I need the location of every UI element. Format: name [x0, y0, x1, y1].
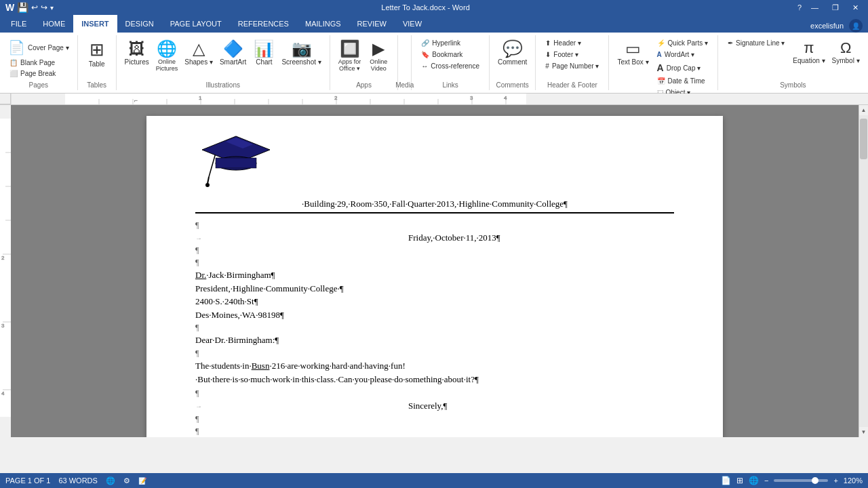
ribbon-group-media: Media — [398, 35, 412, 90]
links-group-label: Links — [442, 81, 458, 90]
para-mark-5: ¶ — [195, 347, 674, 359]
recipient-name-rest: ·Jack·Birmingham¶ — [206, 268, 275, 282]
page-break-button[interactable]: ⬜ Page Break — [5, 68, 72, 79]
cross-reference-button[interactable]: ↔ Cross-reference — [417, 61, 484, 71]
online-pictures-button[interactable]: 🌐 OnlinePictures — [153, 38, 181, 73]
bookmark-icon: 🔖 — [421, 51, 429, 58]
header-line: ·Building·29,·Room·350,·Fall·Quarter·201… — [195, 197, 674, 214]
quick-save-btn[interactable]: 💾 — [17, 2, 28, 13]
zoom-slider[interactable] — [774, 479, 828, 482]
footer-button[interactable]: ⬇ Footer ▾ — [541, 49, 603, 60]
svg-text:2: 2 — [1, 255, 5, 261]
vertical-ruler: 2 3 4 — [0, 105, 11, 437]
scrollbar-up-btn[interactable]: ▲ — [859, 105, 868, 115]
comments-group-label: Comments — [496, 81, 529, 90]
chart-button[interactable]: 📊 Chart — [250, 38, 277, 67]
online-pictures-label: OnlinePictures — [156, 58, 178, 72]
apps-for-office-label: Apps forOffice ▾ — [338, 58, 361, 72]
view-mode-print[interactable]: 📄 — [721, 476, 731, 485]
cover-page-button[interactable]: 📄 Cover Page ▾ — [5, 38, 72, 57]
undo-btn[interactable]: ↩ — [31, 3, 38, 12]
restore-btn[interactable]: ❐ — [828, 3, 843, 12]
wordart-button[interactable]: A WordArt ▾ — [653, 49, 712, 60]
online-video-button[interactable]: ▶ OnlineVideo — [365, 38, 392, 73]
document-page[interactable]: ·Building·29,·Room·350,·Fall·Quarter·201… — [146, 116, 723, 437]
tab-page-layout[interactable]: PAGE LAYOUT — [162, 15, 230, 33]
equation-button[interactable]: π Equation ▾ — [790, 38, 827, 66]
screenshot-button[interactable]: 📷 Screenshot ▾ — [279, 38, 323, 67]
ribbon-group-tables: ⊞ Table Tables — [78, 35, 117, 90]
tab-mailings[interactable]: MAILINGS — [297, 15, 349, 33]
ribbon-group-header-footer: ⬆ Header ▾ ⬇ Footer ▾ # Page Number ▾ He… — [536, 35, 609, 90]
tab-review[interactable]: REVIEW — [349, 15, 395, 33]
view-mode-web[interactable]: 🌐 — [749, 476, 759, 485]
scrollbar-track[interactable] — [859, 115, 868, 427]
recipient-title-line: President,·Highline·Community·College·¶ — [195, 282, 674, 296]
zoom-plus-btn[interactable]: + — [833, 476, 837, 485]
table-button[interactable]: ⊞ Table — [83, 38, 111, 69]
salutation-text: Dear·Dr.·Birmingham:¶ — [195, 333, 279, 347]
page-number-button[interactable]: # Page Number ▾ — [541, 61, 603, 71]
pilcrow-3: ¶ — [195, 256, 199, 268]
footer-label: Footer ▾ — [553, 51, 578, 58]
signature-line-button[interactable]: ✒ Signature Line ▾ — [724, 38, 789, 48]
tab-file[interactable]: FILE — [3, 15, 35, 33]
tab-insert[interactable]: INSERT — [73, 15, 117, 33]
document-content[interactable]: ·Building·29,·Room·350,·Fall·Quarter·201… — [195, 197, 674, 437]
tab-home[interactable]: HOME — [35, 15, 73, 33]
ruler-svg: 1 2 3 4 ⌐ — [11, 94, 868, 104]
tab-view[interactable]: VIEW — [395, 15, 430, 33]
pilcrow-6: ¶ — [195, 387, 199, 399]
svg-text:⌐: ⌐ — [134, 97, 138, 104]
footer-icon: ⬇ — [545, 51, 551, 58]
window-controls[interactable]: ? — ❐ ✕ — [797, 3, 863, 12]
svg-line-32 — [209, 153, 216, 177]
pilcrow-4: ¶ — [195, 321, 199, 333]
recipient-city: Des·Moines,·WA·98198¶ — [195, 308, 284, 322]
comments-buttons: 💬 Comment — [495, 35, 530, 81]
body-text: The·students·in·Busn·216·are·working·har… — [195, 359, 674, 388]
symbol-icon: Ω — [840, 39, 851, 57]
scrollbar-thumb[interactable] — [860, 119, 867, 159]
apps-buttons: 🔲 Apps forOffice ▾ ▶ OnlineVideo — [336, 35, 393, 81]
symbol-label: Symbol ▾ — [832, 57, 860, 64]
date-time-button[interactable]: 📅 Date & Time — [653, 76, 712, 86]
apps-for-office-button[interactable]: 🔲 Apps forOffice ▾ — [336, 38, 364, 73]
symbols-group-label: Symbols — [780, 81, 806, 90]
title-bar-left: W 💾 ↩ ↪ ▾ — [5, 2, 54, 13]
body-text-line: The·students·in·Busn·216·are·working·har… — [195, 359, 674, 388]
hyperlink-button[interactable]: 🔗 Hyperlink — [417, 38, 484, 48]
scrollbar-down-btn[interactable]: ▼ — [859, 427, 868, 437]
symbol-button[interactable]: Ω Symbol ▾ — [829, 38, 863, 66]
drop-cap-button[interactable]: A Drop Cap ▾ — [653, 61, 712, 75]
pages-group-label: Pages — [29, 81, 48, 90]
tab-references[interactable]: REFERENCES — [230, 15, 297, 33]
text-box-button[interactable]: ▭ Text Box ▾ — [614, 38, 651, 67]
tab-design[interactable]: DESIGN — [117, 15, 162, 33]
zoom-level: 120% — [844, 476, 863, 485]
blank-page-button[interactable]: 📋 Blank Page — [5, 58, 72, 68]
pictures-button[interactable]: 🖼 Pictures — [122, 38, 152, 67]
status-right: 📄 ⊞ 🌐 − + 120% — [721, 476, 863, 485]
chart-icon: 📊 — [254, 39, 274, 58]
comment-button[interactable]: 💬 Comment — [495, 38, 530, 67]
vertical-scrollbar[interactable]: ▲ ▼ — [859, 105, 868, 437]
close-btn[interactable]: ✕ — [848, 3, 863, 12]
zoom-minus-btn[interactable]: − — [764, 476, 768, 485]
recipient-city-line: Des·Moines,·WA·98198¶ — [195, 308, 674, 322]
ribbon-group-illustrations: 🖼 Pictures 🌐 OnlinePictures △ Shapes ▾ 🔷… — [117, 35, 330, 90]
view-mode-fullscreen[interactable]: ⊞ — [736, 476, 743, 485]
pilcrow-5: ¶ — [195, 347, 199, 359]
shapes-button[interactable]: △ Shapes ▾ — [182, 38, 216, 67]
bookmark-button[interactable]: 🔖 Bookmark — [417, 49, 484, 60]
macro-icon[interactable]: ⚙ — [123, 476, 130, 485]
smartart-button[interactable]: 🔷 SmartArt — [217, 38, 249, 67]
redo-btn[interactable]: ↪ — [41, 3, 47, 12]
recipient-name: Dr. — [195, 268, 206, 282]
header-button[interactable]: ⬆ Header ▾ — [541, 38, 603, 48]
apps-for-office-icon: 🔲 — [340, 39, 360, 58]
help-btn[interactable]: ? — [797, 3, 802, 12]
quick-parts-button[interactable]: ⚡ Quick Parts ▾ — [653, 38, 712, 48]
tables-buttons: ⊞ Table — [83, 35, 111, 81]
minimize-btn[interactable]: — — [807, 3, 823, 12]
